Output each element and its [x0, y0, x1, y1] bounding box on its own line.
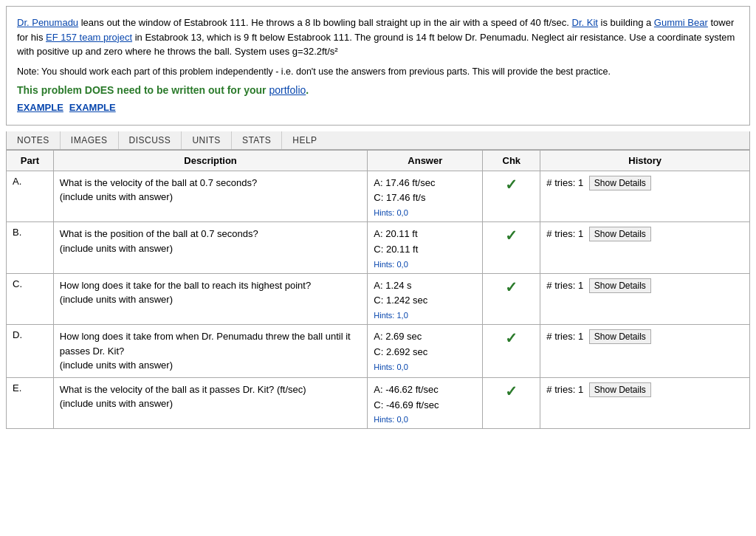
ef157-link[interactable]: EF 157 team project: [46, 32, 132, 43]
desc-e: What is the velocity of the ball as it p…: [53, 377, 367, 429]
table-row: D. How long does it take from when Dr. P…: [7, 325, 750, 378]
show-details-e[interactable]: Show Details: [589, 382, 651, 397]
hints-a[interactable]: Hints: 0,0: [374, 208, 476, 217]
table-row: C. How long does it take for the ball to…: [7, 273, 750, 325]
show-details-d[interactable]: Show Details: [589, 329, 651, 344]
example-link-1[interactable]: EXAMPLE: [17, 102, 63, 113]
portfolio-link[interactable]: portfolio: [269, 84, 306, 96]
chk-d: ✓: [483, 325, 540, 378]
answer-a: A: 17.46 ft/sec C: 17.46 ft/s Hints: 0,0: [368, 171, 483, 222]
history-b: # tries: 1 Show Details: [540, 222, 750, 274]
example-link-2[interactable]: EXAMPLE: [69, 102, 116, 113]
hints-c[interactable]: Hints: 1,0: [374, 311, 476, 320]
part-e: E.: [7, 377, 54, 429]
problem-text: Dr. Penumadu leans out the window of Est…: [17, 16, 739, 59]
desc-a: What is the velocity of the ball at 0.7 …: [53, 171, 367, 222]
answer-e: A: -46.62 ft/sec C: -46.69 ft/sec Hints:…: [368, 377, 483, 429]
table-row: B. What is the position of the ball at 0…: [7, 222, 750, 274]
dr-penumadu-link[interactable]: Dr. Penumadu: [17, 17, 78, 28]
part-b: B.: [7, 222, 54, 274]
desc-d: How long does it take from when Dr. Penu…: [53, 325, 367, 378]
problem-text-2: is building a: [598, 17, 654, 28]
desc-b: What is the position of the ball at 0.7 …: [53, 222, 367, 274]
header-part: Part: [7, 150, 54, 171]
chk-a: ✓: [483, 171, 540, 222]
part-c: C.: [7, 273, 54, 325]
tab-stats[interactable]: STATS: [232, 131, 282, 149]
portfolio-line: This problem DOES need to be written out…: [17, 84, 739, 96]
show-details-a[interactable]: Show Details: [589, 176, 651, 190]
dr-kit-link[interactable]: Dr. Kit: [572, 17, 598, 28]
history-c: # tries: 1 Show Details: [540, 273, 750, 325]
hints-b[interactable]: Hints: 0,0: [374, 260, 476, 269]
header-chk: Chk: [483, 150, 540, 171]
tab-bar: NOTES IMAGES DISCUSS UNITS STATS HELP: [6, 131, 750, 150]
main-table: Part Description Answer Chk History A. W…: [6, 150, 750, 430]
example-links: EXAMPLEEXAMPLE: [17, 102, 739, 113]
history-e: # tries: 1 Show Details: [540, 377, 750, 429]
hints-d[interactable]: Hints: 0,0: [374, 363, 476, 371]
header-description: Description: [53, 150, 367, 171]
tab-notes[interactable]: NOTES: [7, 131, 61, 149]
part-d: D.: [7, 325, 54, 378]
tab-images[interactable]: IMAGES: [61, 131, 119, 149]
desc-c: How long does it take for the ball to re…: [53, 273, 367, 325]
history-a: # tries: 1 Show Details: [540, 171, 750, 222]
table-row: E. What is the velocity of the ball as i…: [7, 377, 750, 429]
tab-units[interactable]: UNITS: [182, 131, 232, 149]
problem-container: Dr. Penumadu leans out the window of Est…: [6, 6, 750, 126]
part-a: A.: [7, 171, 54, 222]
answer-c: A: 1.24 s C: 1.242 sec Hints: 1,0: [368, 273, 483, 325]
tab-discuss[interactable]: DISCUSS: [119, 131, 182, 149]
show-details-c[interactable]: Show Details: [589, 278, 651, 293]
gummi-bear-link[interactable]: Gummi Bear: [654, 17, 708, 28]
table-row: A. What is the velocity of the ball at 0…: [7, 171, 750, 222]
history-d: # tries: 1 Show Details: [540, 325, 750, 378]
answer-d: A: 2.69 sec C: 2.692 sec Hints: 0,0: [368, 325, 483, 378]
show-details-b[interactable]: Show Details: [589, 227, 651, 241]
hints-e[interactable]: Hints: 0,0: [374, 415, 476, 424]
chk-e: ✓: [483, 377, 540, 429]
note-text: Note: You should work each part of this …: [17, 66, 739, 77]
problem-text-1: leans out the window of Estabrook 111. H…: [78, 17, 571, 28]
answer-b: A: 20.11 ft C: 20.11 ft Hints: 0,0: [368, 222, 483, 274]
chk-b: ✓: [483, 222, 540, 274]
chk-c: ✓: [483, 273, 540, 325]
tab-help[interactable]: HELP: [282, 131, 327, 149]
header-answer: Answer: [368, 150, 483, 171]
header-history: History: [540, 150, 750, 171]
